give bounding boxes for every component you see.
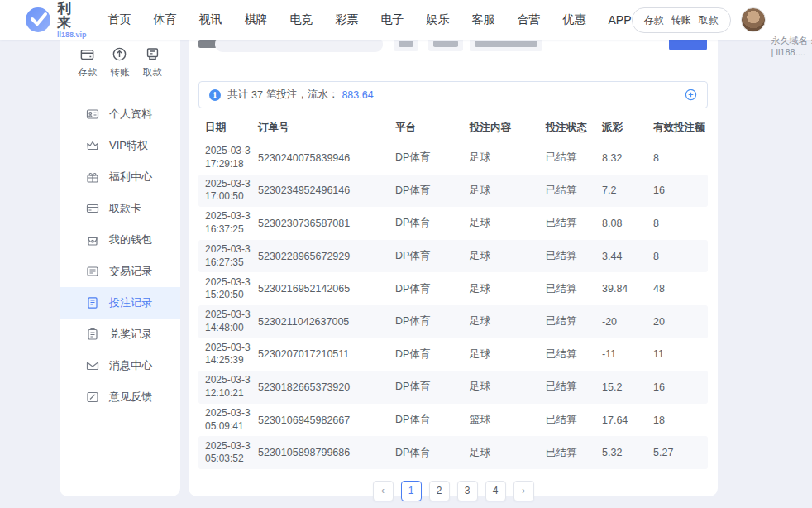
filter-label — [198, 40, 217, 48]
sidebar-item-vip[interactable]: VIP特权 — [60, 130, 180, 161]
feedback-icon — [86, 391, 99, 404]
crown-icon — [86, 139, 99, 152]
table-row[interactable]: 2025-03-3105:09:41 5230106945982667 DP体育… — [198, 404, 708, 437]
cell-date: 2025-03-3105:09:41 — [198, 407, 251, 433]
quick-deposit-button[interactable]: 存款 — [78, 46, 97, 79]
cell-status: 已结算 — [539, 446, 595, 460]
cell-status: 已结算 — [539, 314, 595, 328]
nav-item-app[interactable]: APP — [609, 13, 632, 26]
page-button-1[interactable]: 1 — [401, 481, 422, 501]
table-body: 2025-03-3117:29:18 5230240075839946 DP体育… — [198, 141, 708, 469]
cell-date: 2025-03-3116:27:35 — [198, 243, 251, 269]
wallet-pill: 存款 转账 取款 — [632, 7, 731, 33]
table-row[interactable]: 2025-03-3114:48:00 5230211042637005 DP体育… — [198, 305, 708, 338]
nav-item-entertainment[interactable]: 娱乐 — [427, 12, 450, 27]
page-button-4[interactable]: 4 — [485, 481, 506, 501]
sidebar-quick-actions: 存款 转账 取款 — [60, 46, 180, 79]
permanent-domain: 永久域名：ll188.vip | ll188.... — [771, 35, 812, 60]
table-row[interactable]: 2025-03-3112:10:21 5230182665373920 DP体育… — [198, 371, 708, 404]
table-row[interactable]: 2025-03-3115:20:50 5230216952142065 DP体育… — [198, 272, 708, 305]
cell-valid: 20 — [647, 316, 708, 328]
cell-status: 已结算 — [539, 184, 595, 198]
plus-circle-icon[interactable] — [685, 89, 697, 101]
pill-transfer-button[interactable]: 转账 — [671, 13, 691, 27]
info-icon: i — [209, 89, 221, 101]
sidebar-item-message-center[interactable]: 消息中心 — [60, 350, 180, 381]
cell-content: 足球 — [463, 347, 539, 362]
cell-payout: 3.44 — [595, 251, 647, 262]
quick-withdraw-button[interactable]: 取款 — [143, 46, 162, 79]
cell-order: 5230106945982667 — [251, 415, 389, 426]
nav-item-lottery[interactable]: 彩票 — [336, 12, 359, 27]
logo[interactable]: 利 来 ll188.vip — [25, 2, 87, 39]
nav-item-promo[interactable]: 优惠 — [563, 12, 586, 27]
cell-platform: DP体育 — [389, 380, 463, 394]
pill-deposit-button[interactable]: 存款 — [644, 13, 664, 27]
nav-item-sports[interactable]: 体育 — [154, 12, 177, 27]
sidebar-item-profile[interactable]: 个人资料 — [60, 98, 180, 130]
prev-page-button[interactable]: ‹ — [373, 481, 394, 501]
cell-valid: 11 — [647, 348, 708, 360]
avatar[interactable] — [741, 7, 766, 32]
sidebar-item-welfare[interactable]: 福利中心 — [60, 161, 180, 193]
cell-order: 5230182665373920 — [251, 381, 389, 393]
sidebar-item-withdraw-card[interactable]: 取款卡 — [60, 193, 180, 224]
table-row[interactable]: 2025-03-3117:29:18 5230240075839946 DP体育… — [198, 141, 708, 175]
sidebar-item-bet-records[interactable]: 投注记录 — [60, 287, 180, 319]
cell-content: 足球 — [463, 249, 539, 263]
cell-payout: -11 — [595, 348, 647, 360]
cell-date: 2025-03-3116:37:25 — [198, 210, 251, 236]
nav-item-esports[interactable]: 电竞 — [290, 12, 313, 27]
cell-content: 足球 — [463, 216, 539, 230]
table-row[interactable]: 2025-03-3105:03:52 5230105898799686 DP体育… — [198, 436, 708, 469]
nav-item-slots[interactable]: 电子 — [381, 12, 404, 27]
cell-order: 5230234952496146 — [251, 185, 389, 196]
gift-icon — [86, 170, 99, 184]
cell-payout: 39.84 — [595, 283, 647, 295]
wallet-icon — [86, 233, 99, 247]
cell-valid: 48 — [647, 283, 708, 295]
cell-payout: 15.2 — [595, 381, 647, 393]
cell-order: 5230207017210511 — [251, 348, 389, 360]
user-box[interactable]: anxin3399 总资产： 1363.49元 永久域名：ll188.vip |… — [741, 0, 812, 59]
summary-prefix: 共计 — [227, 88, 248, 102]
sidebar: 存款 转账 取款 个人资料 VIP特权 — [60, 28, 180, 496]
col-order: 订单号 — [251, 121, 389, 135]
cell-content: 足球 — [463, 446, 539, 460]
table-row[interactable]: 2025-03-3114:25:39 5230207017210511 DP体育… — [198, 338, 708, 371]
transfer-icon — [112, 46, 127, 62]
sidebar-item-feedback[interactable]: 意见反馈 — [60, 381, 180, 413]
table-row[interactable]: 2025-03-3117:00:50 5230234952496146 DP体育… — [198, 175, 708, 208]
table-row[interactable]: 2025-03-3116:37:25 5230230736587081 DP体育… — [198, 207, 708, 240]
sidebar-item-redeem-records[interactable]: 兑奖记录 — [60, 319, 180, 350]
nav-item-live[interactable]: 视讯 — [199, 12, 222, 27]
cell-payout: 5.32 — [595, 447, 647, 458]
cell-status: 已结算 — [539, 216, 595, 230]
table-row[interactable]: 2025-03-3116:27:35 5230228965672929 DP体育… — [198, 240, 708, 273]
pagination: ‹ 1234 › — [189, 481, 718, 501]
cell-order: 5230105898799686 — [251, 447, 389, 458]
cell-order: 5230230736587081 — [251, 218, 389, 229]
header-right: 存款 转账 取款 anxin3399 总资产： 1363.49元 永久域名：ll… — [632, 0, 812, 59]
nav-item-chess[interactable]: 棋牌 — [245, 12, 268, 27]
page-button-3[interactable]: 3 — [457, 481, 478, 501]
summary-middle: 笔投注，流水： — [266, 88, 339, 102]
nav-item-service[interactable]: 客服 — [472, 12, 495, 27]
cell-status: 已结算 — [539, 282, 595, 296]
nav-item-home[interactable]: 首页 — [108, 12, 131, 27]
sidebar-item-transactions[interactable]: 交易记录 — [60, 256, 180, 287]
logo-title: 利 来 — [57, 2, 87, 30]
cell-content: 足球 — [463, 151, 539, 165]
sidebar-item-wallet[interactable]: 我的钱包 — [60, 224, 180, 256]
quick-transfer-button[interactable]: 转账 — [110, 46, 129, 79]
cell-valid: 16 — [647, 381, 708, 393]
cell-status: 已结算 — [539, 249, 595, 263]
cell-status: 已结算 — [539, 151, 595, 165]
page-button-2[interactable]: 2 — [429, 481, 450, 501]
cell-date: 2025-03-3114:48:00 — [198, 309, 251, 334]
nav-item-partner[interactable]: 合营 — [518, 12, 541, 27]
pill-withdraw-button[interactable]: 取款 — [699, 13, 719, 27]
clipboard-icon — [86, 328, 99, 341]
cell-valid: 18 — [647, 415, 708, 426]
next-page-button[interactable]: › — [513, 481, 534, 501]
